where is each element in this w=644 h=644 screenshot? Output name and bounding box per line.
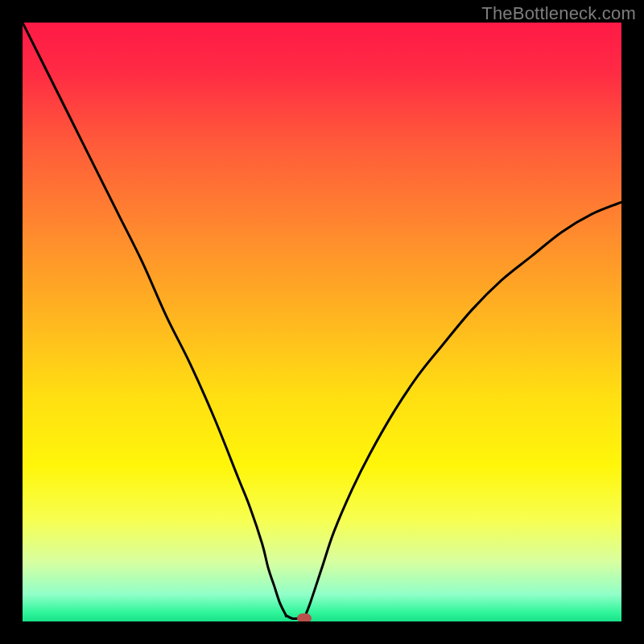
- optimal-point-marker: [297, 613, 312, 621]
- plot-area: [23, 23, 621, 621]
- watermark-text: TheBottleneck.com: [481, 3, 636, 24]
- chart-frame: TheBottleneck.com: [0, 0, 644, 644]
- svg-rect-0: [23, 23, 621, 621]
- heat-gradient-background: [23, 23, 621, 621]
